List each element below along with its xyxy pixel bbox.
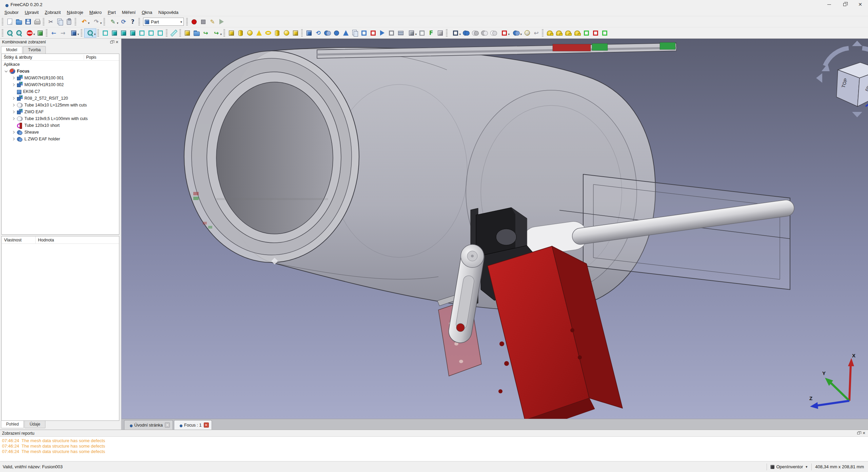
tree-item[interactable]: L ZWO EAF holder [2, 136, 119, 142]
draw-style-button[interactable] [23, 28, 36, 38]
expander-closed-icon[interactable] [11, 103, 16, 107]
tab-model[interactable]: Model [1, 46, 22, 54]
panel-float-button[interactable] [109, 40, 114, 44]
expander-closed-icon[interactable] [11, 130, 16, 135]
expander-open-icon[interactable] [4, 69, 8, 74]
view-left-button[interactable] [156, 28, 165, 38]
tree-item[interactable]: R08_2_5T2_RSIT_120 [2, 95, 119, 102]
extrude-button[interactable] [304, 28, 314, 38]
measure-distance-button[interactable] [169, 28, 178, 38]
save-button[interactable] [23, 17, 33, 26]
expander-closed-icon[interactable] [11, 82, 16, 87]
menu-okna[interactable]: Okna [139, 9, 155, 16]
boolean-cut-button[interactable] [480, 28, 489, 38]
expander-closed-icon[interactable] [11, 96, 16, 101]
shape-builder-button[interactable] [282, 28, 291, 38]
view-axonometric-button[interactable] [101, 28, 110, 38]
measure-linear-button[interactable] [545, 28, 554, 38]
measure-clear-button[interactable] [573, 28, 582, 38]
refresh-button[interactable]: ⟳ [119, 17, 128, 26]
zoom-tools-button[interactable] [84, 28, 96, 38]
tab-údaje[interactable]: Údaje [24, 421, 45, 428]
defeaturing-button[interactable]: ↩ [532, 28, 541, 38]
view-bottom-button[interactable] [146, 28, 156, 38]
whats-this-button[interactable]: ? [128, 17, 137, 26]
view-rear-button[interactable] [137, 28, 146, 38]
new-file-button[interactable] [5, 17, 14, 26]
cross-sections-button[interactable] [396, 28, 405, 38]
close-button[interactable]: ✕ [852, 0, 868, 9]
navigation-cube[interactable]: TOP FRONT [816, 41, 868, 118]
edit-mode-button[interactable]: ✎ [107, 17, 119, 26]
offset-button[interactable] [405, 28, 417, 38]
thickness-button[interactable] [417, 28, 427, 38]
tab-pohled[interactable]: Pohled [1, 421, 24, 428]
fillet-button[interactable] [332, 28, 341, 38]
macro-edit-button[interactable]: ✎ [208, 17, 217, 26]
tree-item[interactable]: Tube 119x9,5 L=100mm with cuts [2, 115, 119, 122]
3d-viewport[interactable]: TOP FRONT [121, 39, 868, 419]
report-close-button[interactable]: ✕ [861, 431, 867, 436]
menu-upravit[interactable]: Upravit [22, 9, 42, 16]
sync-view-button[interactable] [36, 28, 45, 38]
primitive-sphere-button[interactable] [245, 28, 254, 38]
tree-item[interactable]: Tube 120x10 short [2, 122, 119, 129]
restore-button[interactable] [837, 0, 852, 9]
shape-from-text-button[interactable]: F [427, 28, 436, 38]
paste-button[interactable] [64, 17, 74, 26]
view-top-button[interactable] [119, 28, 128, 38]
menu-nápověda[interactable]: Nápověda [155, 9, 181, 16]
toggle-measure-all-button[interactable] [600, 28, 609, 38]
measure-refresh-button[interactable] [564, 28, 573, 38]
copy-button[interactable] [55, 17, 64, 26]
tab-tvorba[interactable]: Tvorba [23, 46, 46, 54]
tree-item[interactable]: MGW07H1R100 001 [2, 75, 119, 81]
set-navigation-button[interactable] [67, 28, 80, 38]
ruled-surface-button[interactable] [359, 28, 369, 38]
compound-button[interactable] [449, 28, 461, 38]
make-link-button[interactable]: ↪ [201, 28, 210, 38]
nav-back-button[interactable]: ← [49, 28, 58, 38]
expander-closed-icon[interactable] [11, 116, 16, 121]
print-button[interactable] [33, 17, 42, 26]
group-button[interactable] [192, 28, 201, 38]
toggle-measure-delta-button[interactable] [591, 28, 600, 38]
workbench-selector[interactable]: Part▾ [143, 18, 184, 26]
tree-item[interactable]: Tube 140x10 L=125mm with cuts [2, 102, 119, 109]
check-geometry-button[interactable] [522, 28, 532, 38]
cut-button[interactable]: ✂ [46, 17, 55, 26]
connect-button[interactable] [498, 28, 510, 38]
macro-stop-button[interactable] [199, 17, 208, 26]
tree-item[interactable]: MGW07H1R100 002 [2, 81, 119, 88]
make-sub-link-button[interactable]: ↪ [210, 28, 222, 38]
boolean-common-button[interactable] [471, 28, 480, 38]
minimize-button[interactable] [821, 0, 837, 9]
primitive-tube-button[interactable] [273, 28, 282, 38]
tree-root-application[interactable]: Aplikace [2, 61, 119, 68]
menu-nástroje[interactable]: Nástroje [64, 9, 86, 16]
boolean-xor-button[interactable] [489, 28, 498, 38]
expander-closed-icon[interactable] [11, 137, 16, 141]
section-button[interactable] [387, 28, 396, 38]
view-front-button[interactable] [110, 28, 119, 38]
convert-to-solid-button[interactable] [436, 28, 445, 38]
fit-all-button[interactable] [5, 28, 14, 38]
tab-close-icon[interactable]: ✕ [165, 422, 170, 428]
loft-button[interactable] [369, 28, 378, 38]
boolean-operation-button[interactable] [510, 28, 522, 38]
report-float-button[interactable] [856, 431, 861, 436]
expander-closed-icon[interactable] [11, 76, 16, 80]
navigation-style-selector[interactable]: OpenInventor ▼ [770, 464, 808, 469]
chamfer-button[interactable] [341, 28, 350, 38]
expander-closed-icon[interactable] [11, 110, 16, 114]
measure-angular-button[interactable] [554, 28, 564, 38]
document-tab[interactable]: Focus : 1✕ [174, 420, 212, 430]
open-folder-button[interactable] [14, 17, 23, 26]
tree-item[interactable]: Sheave [2, 129, 119, 136]
menu-zobrazit[interactable]: Zobrazit [42, 9, 64, 16]
undo-button[interactable]: ↶ [78, 17, 90, 26]
primitive-torus-button[interactable] [263, 28, 273, 38]
toggle-measure-3d-button[interactable] [582, 28, 591, 38]
menu-part[interactable]: Part [105, 9, 119, 16]
macro-run-button[interactable] [217, 17, 226, 26]
